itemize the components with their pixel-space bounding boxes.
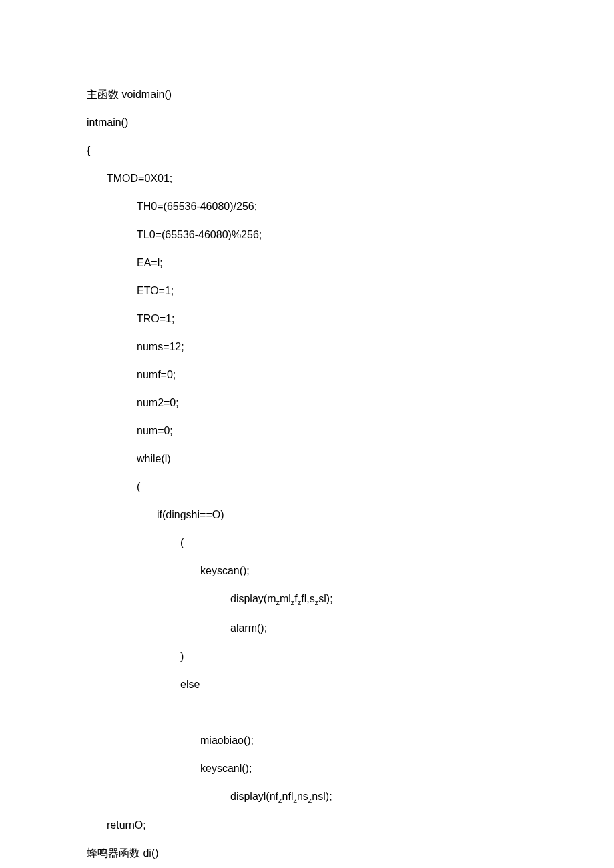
code-line: displayl(nfznflznsznsl); xyxy=(87,789,527,806)
code-line: 主函数 voidmain() xyxy=(87,87,527,103)
code-line: ( xyxy=(87,535,527,551)
code-line: ETO=1; xyxy=(87,283,527,299)
code-line: alarm(); xyxy=(87,620,527,636)
code-line: numf=0; xyxy=(87,367,527,383)
code-line xyxy=(87,705,527,721)
code-line: miaobiao(); xyxy=(87,733,527,749)
code-line: if(dingshi==O) xyxy=(87,507,527,523)
code-line: EA=l; xyxy=(87,255,527,271)
code-line: TMOD=0X01; xyxy=(87,171,527,187)
code-line: else xyxy=(87,677,527,693)
code-line: ( xyxy=(87,479,527,495)
code-line: TH0=(65536-46080)/256; xyxy=(87,199,527,215)
code-line: 蜂鸣器函数 di() xyxy=(87,845,527,861)
code-document: 主函数 voidmain()intmain(){TMOD=0X01;TH0=(6… xyxy=(0,0,614,868)
code-line: nums=12; xyxy=(87,339,527,355)
code-line: TRO=1; xyxy=(87,311,527,327)
code-line: { xyxy=(87,143,527,159)
code-line: ) xyxy=(87,648,527,665)
code-line: display(mzmlzfzfl,szsl); xyxy=(87,591,527,608)
code-line: TL0=(65536-46080)%256; xyxy=(87,227,527,243)
code-line: keyscan(); xyxy=(87,563,527,579)
code-line: keyscanl(); xyxy=(87,761,527,777)
code-line: returnO; xyxy=(87,817,527,833)
code-line: num2=0; xyxy=(87,395,527,411)
code-line: intmain() xyxy=(87,115,527,131)
code-line: while(l) xyxy=(87,451,527,467)
code-line: num=0; xyxy=(87,423,527,439)
